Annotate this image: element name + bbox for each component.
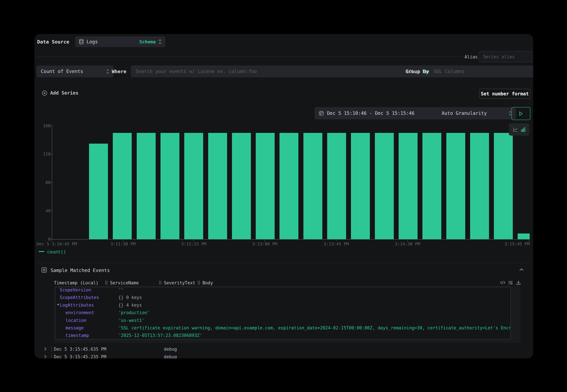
add-series-button[interactable]: Add Series (42, 90, 79, 96)
chart-type-toolbar (509, 123, 529, 136)
json-row: timestamp"2025-12-05T13:57:23.082306893Z… (55, 332, 511, 339)
json-row: environment"production" (55, 309, 511, 316)
wrap-text-icon[interactable] (508, 280, 513, 285)
set-number-format-button[interactable]: Set number format (479, 89, 530, 99)
y-tick-mark (50, 126, 52, 126)
data-source-label: Data Source (37, 39, 69, 45)
y-tick-label: 120 (34, 152, 51, 156)
column-header-servicename[interactable]: ServiceName (105, 280, 139, 286)
aggregation-select[interactable]: Count of Events (37, 65, 114, 77)
json-key[interactable]: ScopeVersion (60, 287, 91, 293)
event-timestamp: Dec 5 3:15:45.235 PM (54, 354, 106, 358)
json-value: "SSL certificate expiration warning, dom… (118, 325, 511, 330)
json-value: "" (118, 287, 124, 293)
plus-circle-icon (42, 90, 47, 96)
json-value: "2025-12-05T13:57:23.082306893Z" (118, 333, 202, 338)
data-source-value: Logs (86, 39, 98, 44)
event-row[interactable]: Dec 5 3:15:45.235 PMdebug (34, 353, 533, 358)
json-key[interactable]: environment (65, 310, 94, 315)
alias-label: Alias (465, 54, 478, 59)
x-tick-label: 3:11:30 PM (98, 241, 148, 246)
json-value: {} 4 keys (118, 303, 142, 308)
granularity-select[interactable]: Auto Granularity (437, 107, 516, 119)
x-tick-label: Dec 5 3:10:45 PM (37, 241, 77, 246)
aggregation-value: Count of Events (41, 69, 83, 74)
x-tick-label: 3:15:45 PM (480, 241, 530, 246)
alias-input[interactable] (483, 54, 533, 59)
bar-segment (351, 133, 370, 239)
row-divider (51, 346, 52, 352)
json-value: "production" (118, 310, 150, 315)
x-tick-label: 3:13:45 PM (311, 241, 361, 246)
x-tick-mark (264, 239, 265, 241)
group-by-input[interactable] (433, 69, 533, 74)
bar-chart-plot (52, 126, 530, 239)
json-row: message"SSL certificate expiration warni… (55, 324, 511, 331)
list-icon (41, 267, 47, 273)
schema-button[interactable]: Schema (139, 39, 156, 44)
x-tick-mark (336, 239, 336, 241)
expand-triangle-icon[interactable] (57, 304, 59, 306)
bar-chart-icon[interactable] (521, 127, 525, 132)
bar-segment (446, 133, 465, 239)
collapse-chevron-icon[interactable] (519, 268, 524, 271)
granularity-value: Auto Granularity (442, 111, 487, 116)
line-chart-icon[interactable] (513, 127, 518, 132)
y-tick-label: 160 (34, 123, 51, 128)
chevron-updown-icon (106, 69, 109, 74)
chevron-right-icon[interactable] (44, 355, 47, 358)
x-tick-mark (529, 239, 529, 241)
json-key[interactable]: timestamp (65, 333, 89, 338)
group-by-box (429, 65, 533, 77)
data-source-select[interactable]: Logs Schema (75, 36, 165, 47)
search-input[interactable] (135, 69, 439, 74)
x-tick-mark (407, 239, 408, 241)
event-severity: debug (164, 347, 177, 352)
calendar-icon (319, 111, 324, 116)
bar-segment (279, 133, 298, 239)
drag-handle-icon[interactable] (105, 281, 108, 285)
json-key[interactable]: location (65, 318, 86, 323)
event-row[interactable]: Dec 5 3:15:45.635 PMdebug (34, 346, 533, 352)
column-header-severitytext[interactable]: SeverityText (159, 280, 195, 286)
bar-segment (494, 133, 513, 239)
chevron-updown-icon (509, 111, 512, 116)
run-query-button[interactable] (512, 107, 530, 120)
bar-segment (137, 133, 156, 239)
column-label: ServiceName (110, 280, 139, 285)
set-number-format-label: Set number format (481, 91, 529, 97)
json-key[interactable]: message (65, 325, 84, 330)
x-tick-label: 3:12:15 PM (169, 241, 219, 246)
time-range-picker[interactable]: Dec 5 15:10:46 - Dec 5 15:15:46 (315, 107, 441, 119)
bar-segment (422, 133, 441, 239)
x-axis-line (52, 239, 530, 239)
drag-handle-icon[interactable] (198, 281, 200, 285)
row-divider (51, 354, 52, 358)
bar-segment (113, 133, 132, 239)
chevron-right-icon[interactable] (44, 347, 47, 351)
download-icon[interactable] (516, 280, 521, 285)
y-tick-mark (50, 154, 52, 154)
x-tick-mark (52, 239, 52, 241)
bar-segment (232, 133, 251, 239)
y-tick-label: 0 (34, 237, 51, 241)
json-key[interactable]: ScopeAttributes (60, 295, 99, 300)
section-divider (37, 263, 530, 263)
page: Data Source Logs Schema Alias (0, 0, 567, 392)
x-tick-label: 3:14:30 PM (382, 241, 433, 246)
bar-segment (375, 133, 394, 239)
play-icon (519, 111, 523, 116)
code-icon[interactable] (500, 280, 505, 285)
y-tick-label: 80 (34, 180, 51, 185)
bar-segment (399, 133, 417, 239)
x-tick-mark (123, 239, 123, 241)
drag-handle-icon[interactable] (159, 281, 162, 285)
column-header-body[interactable]: Body (198, 280, 213, 286)
y-tick-label: 40 (34, 208, 51, 213)
json-key[interactable]: LogAttributes (60, 303, 94, 308)
json-value: "us-west1" (118, 318, 145, 323)
column-label: Body (203, 280, 213, 285)
bar-segment (518, 234, 530, 239)
bar-segment (184, 133, 203, 239)
group-by-label: Group By (405, 69, 429, 74)
